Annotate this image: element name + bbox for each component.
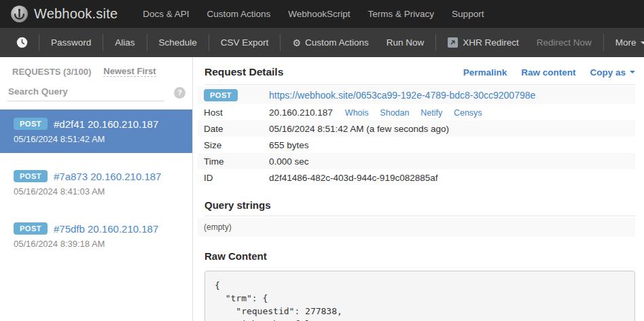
request-list: POST #d2f41 20.160.210.187 05/16/2024 8:… xyxy=(0,109,192,258)
toolbar-separator xyxy=(603,34,604,51)
action-toolbar: Password Alias Schedule CSV Export ⚙ Cus… xyxy=(0,28,644,57)
chevron-down-icon xyxy=(641,41,644,44)
nav-webhookscript[interactable]: WebhookScript xyxy=(279,9,359,19)
request-url-link[interactable]: https://webhook.site/0653ca99-192e-4789-… xyxy=(269,90,535,101)
request-title: #7a873 20.160.210.187 xyxy=(54,171,162,182)
censys-link[interactable]: Censys xyxy=(454,108,482,118)
request-date: 05/16/2024 8:51:42 AM xyxy=(14,134,179,144)
row-label: Time xyxy=(204,156,269,167)
host-value: 20.160.210.187 xyxy=(269,107,333,118)
sort-order-toggle[interactable]: Newest First xyxy=(103,66,156,77)
details-table: POST https://webhook.site/0653ca99-192e-… xyxy=(198,86,635,186)
toolbar-separator xyxy=(209,34,209,51)
chevron-down-icon xyxy=(630,71,635,73)
request-date: 05/16/2024 8:41:03 AM xyxy=(14,186,179,197)
request-details-panel: Request Details Permalink Raw content Co… xyxy=(193,57,644,321)
method-badge: POST xyxy=(14,222,48,235)
row-label: Host xyxy=(204,107,269,118)
whois-link[interactable]: Whois xyxy=(345,108,369,118)
details-actions: Permalink Raw content Copy as xyxy=(449,67,635,78)
toolbar-separator xyxy=(280,34,281,51)
request-title: #d2f41 20.160.210.187 xyxy=(54,118,158,130)
main-nav: Docs & API Custom Actions WebhookScript … xyxy=(134,9,493,19)
netify-link[interactable]: Netify xyxy=(421,108,442,118)
table-row-id: ID d2f41486-482c-403d-944c-919c082885af xyxy=(198,169,635,186)
details-header: Request Details Permalink Raw content Co… xyxy=(204,66,635,85)
toolbar-separator xyxy=(435,34,436,51)
redirect-now-button[interactable]: Redirect Now xyxy=(528,37,601,48)
method-badge: POST xyxy=(204,89,238,101)
xhr-redirect-button[interactable]: XHR Redirect xyxy=(439,37,528,48)
request-list-item[interactable]: POST #d2f41 20.160.210.187 05/16/2024 8:… xyxy=(0,109,192,153)
nav-terms-privacy[interactable]: Terms & Privacy xyxy=(359,9,444,19)
request-date: 05/16/2024 8:39:18 AM xyxy=(14,239,179,249)
request-list-item[interactable]: POST #75dfb 20.160.210.187 05/16/2024 8:… xyxy=(0,214,192,258)
row-label: ID xyxy=(204,173,269,183)
top-navbar: Webhook.site Docs & API Custom Actions W… xyxy=(0,0,644,28)
requests-header-row: REQUESTS (3/100) Newest First xyxy=(0,66,192,77)
id-value: d2f41486-482c-403d-944c-919c082885af xyxy=(269,173,437,183)
brand[interactable]: Webhook.site xyxy=(10,5,118,23)
nav-docs-api[interactable]: Docs & API xyxy=(134,9,198,19)
password-button[interactable]: Password xyxy=(42,37,100,48)
table-row-size: Size 655 bytes xyxy=(198,137,635,153)
history-clock-icon[interactable] xyxy=(8,37,36,48)
content-area: REQUESTS (3/100) Newest First ? POST #d2… xyxy=(0,57,644,321)
toolbar-separator xyxy=(39,34,39,51)
table-row-url: POST https://webhook.site/0653ca99-192e-… xyxy=(198,86,635,104)
shodan-link[interactable]: Shodan xyxy=(380,108,409,118)
time-value: 0.000 sec xyxy=(269,156,309,167)
raw-content-link[interactable]: Raw content xyxy=(521,67,575,78)
date-value: 05/16/2024 8:51:42 AM (a few seconds ago… xyxy=(269,124,449,134)
row-label: Date xyxy=(204,124,269,134)
table-row-time: Time 0.000 sec xyxy=(198,153,635,169)
page-title: Request Details xyxy=(204,66,283,78)
external-link-icon xyxy=(448,37,458,48)
csv-export-button[interactable]: CSV Export xyxy=(212,37,278,48)
row-label: Size xyxy=(204,140,269,150)
raw-content-code[interactable]: { "trm": { "requestid": 277838, "isbatch… xyxy=(204,271,635,321)
requests-sidebar: REQUESTS (3/100) Newest First ? POST #d2… xyxy=(0,57,193,321)
method-badge: POST xyxy=(14,118,48,130)
request-title: #75dfb 20.160.210.187 xyxy=(54,223,158,235)
toolbar-separator xyxy=(103,34,103,51)
permalink-link[interactable]: Permalink xyxy=(463,67,507,78)
search-row: ? xyxy=(7,84,185,101)
method-badge: POST xyxy=(14,170,48,182)
search-input[interactable] xyxy=(7,84,164,101)
run-now-button[interactable]: Run Now xyxy=(378,37,433,48)
more-menu-button[interactable]: More xyxy=(607,37,644,48)
help-icon[interactable]: ? xyxy=(174,87,185,99)
query-strings-heading: Query strings xyxy=(204,199,635,216)
requests-count-label: REQUESTS (3/100) xyxy=(12,67,91,77)
copy-as-dropdown[interactable]: Copy as xyxy=(590,67,635,78)
toolbar-separator xyxy=(147,34,147,51)
alias-button[interactable]: Alias xyxy=(106,37,143,48)
table-row-host: Host 20.160.210.187 Whois Shodan Netify … xyxy=(198,104,635,120)
schedule-button[interactable]: Schedule xyxy=(150,37,206,48)
brand-title: Webhook.site xyxy=(34,6,118,22)
query-strings-empty: (empty) xyxy=(198,218,635,237)
request-list-item[interactable]: POST #7a873 20.160.210.187 05/16/2024 8:… xyxy=(0,162,192,205)
gear-icon: ⚙ xyxy=(292,37,301,48)
table-row-date: Date 05/16/2024 8:51:42 AM (a few second… xyxy=(198,120,635,137)
custom-actions-button[interactable]: ⚙ Custom Actions xyxy=(283,37,377,48)
size-value: 655 bytes xyxy=(269,140,309,150)
raw-content-heading: Raw Content xyxy=(204,250,635,262)
nav-support[interactable]: Support xyxy=(443,9,493,19)
nav-custom-actions[interactable]: Custom Actions xyxy=(198,9,280,19)
host-lookup-links: Whois Shodan Netify Censys xyxy=(345,107,491,118)
webhook-logo-icon xyxy=(10,5,29,23)
